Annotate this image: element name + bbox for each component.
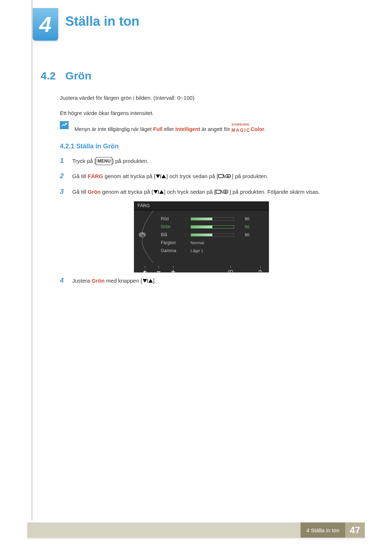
svg-rect-28: [147, 279, 148, 283]
down-up-arrow-icon: [153, 188, 164, 193]
minus-icon: [156, 270, 161, 274]
svg-rect-3: [219, 175, 223, 178]
subsection-heading: 4.2.1 Ställa in Grön: [60, 143, 119, 150]
enter-icon: [228, 270, 233, 274]
intro-line2: Ett högre värde ökar färgens intensitet.: [60, 109, 195, 118]
svg-marker-7: [154, 190, 158, 194]
osd-row-blue: Blå : 50: [161, 231, 264, 239]
osd-body: Röd : 50 Grön : 50 Blå : 50 Färgton : No…: [134, 210, 269, 263]
svg-rect-21: [157, 271, 160, 272]
svg-point-17: [143, 233, 144, 234]
left-stripe: [31, 0, 33, 521]
svg-marker-2: [162, 175, 166, 178]
green-slider: [191, 225, 234, 229]
osd-title: FÄRG: [134, 201, 269, 210]
svg-marker-29: [148, 279, 153, 283]
footer-bar: 4 Ställa in ton 47: [27, 522, 365, 538]
chapter-number: 4: [39, 12, 51, 37]
page-title: Ställa in ton: [65, 14, 139, 29]
menu-button-label: MENU: [96, 157, 112, 165]
back-icon: [142, 270, 147, 274]
svg-rect-20: [145, 271, 147, 272]
step-2: 2 Gå till FÄRG genom att trycka på [] oc…: [60, 171, 336, 181]
svg-rect-8: [158, 190, 159, 194]
source-enter-icon: [218, 173, 232, 178]
svg-marker-9: [159, 190, 164, 194]
step-3: 3 Gå till Grön genom att trycka på [] oc…: [60, 186, 336, 197]
palette-icon: [138, 231, 146, 238]
svg-marker-19: [143, 270, 145, 273]
svg-line-11: [221, 190, 222, 194]
svg-rect-1: [160, 175, 161, 178]
osd-row-gamma: Gamma : Läge 1: [161, 247, 264, 255]
steps-list: 1 Tryck på [MENU] på produkten. 2 Gå til…: [60, 155, 336, 201]
subsection-title: Ställa in Grön: [76, 143, 119, 150]
blue-slider: [191, 233, 234, 237]
chapter-badge: 4: [33, 8, 58, 41]
note-text: Menyn är inte tillgänglig när läget Full…: [74, 121, 266, 133]
svg-marker-0: [156, 175, 160, 178]
power-icon: [258, 270, 263, 274]
down-up-arrow-icon: [142, 277, 153, 282]
footer-page-number: 47: [345, 522, 365, 538]
step-4: 4 Justera Grön med knappen [].: [60, 275, 336, 290]
svg-marker-27: [143, 279, 147, 283]
red-slider: [191, 217, 234, 221]
svg-rect-10: [216, 190, 221, 193]
source-enter-icon: [216, 188, 229, 193]
osd-row-green: Grön : 50: [161, 223, 264, 231]
osd-footer: [134, 263, 269, 272]
osd-panel: FÄRG Röd : 50 Grön : 50: [134, 201, 269, 272]
svg-line-4: [224, 175, 225, 178]
svg-point-18: [142, 235, 144, 237]
intro-text: Justera värdet för färgen grön i bilden.…: [60, 94, 195, 124]
svg-point-15: [140, 233, 141, 234]
down-up-arrow-icon: [155, 173, 166, 178]
note-block: Menyn är inte tillgänglig när läget Full…: [60, 121, 266, 133]
svg-rect-23: [173, 270, 173, 274]
osd-row-tone: Färgton : Normal: [161, 239, 264, 247]
svg-point-16: [142, 233, 143, 234]
section-number: 4.2: [41, 70, 56, 82]
step-1: 1 Tryck på [MENU] på produkten.: [60, 155, 336, 166]
intro-line1: Justera värdet för färgen grön i bilden.…: [60, 94, 195, 102]
osd-screenshot: FÄRG Röd : 50 Grön : 50: [134, 201, 269, 272]
footer-spacer: [27, 522, 301, 538]
subsection-number: 4.2.1: [60, 143, 74, 150]
svg-rect-24: [228, 270, 233, 273]
section-heading: 4.2 Grön: [41, 70, 91, 82]
osd-row-red: Röd : 50: [161, 215, 264, 223]
section-title: Grön: [65, 70, 91, 82]
note-icon: [60, 121, 69, 129]
footer-section-label: 4 Ställa in ton: [301, 522, 345, 538]
plus-icon: [171, 270, 176, 274]
